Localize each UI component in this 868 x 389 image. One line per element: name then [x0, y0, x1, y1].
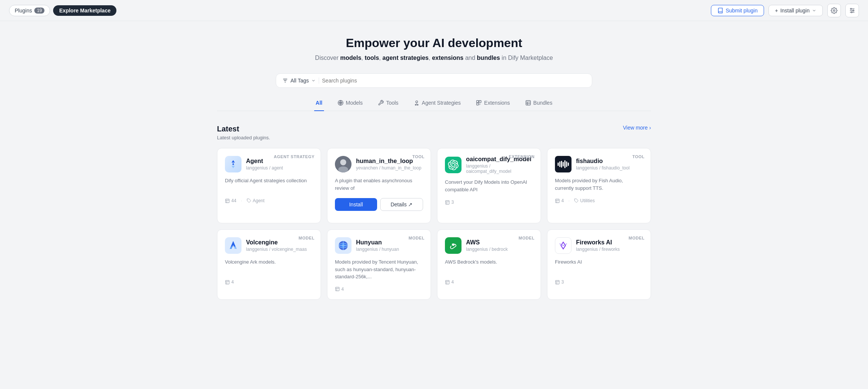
tab-extensions[interactable]: Extensions: [474, 97, 511, 111]
plugin-info: human_in_the_loop yevanchen / human_in_t…: [356, 158, 421, 171]
plugin-icon-oaicompat: [445, 157, 462, 173]
plugin-card-fishaudio: TOOL fishaudio: [547, 148, 651, 223]
plugin-description: Fireworks AI: [555, 258, 643, 273]
svg-rect-34: [559, 162, 561, 167]
tab-agent-strategies[interactable]: Agent Strategies: [412, 97, 463, 111]
plugin-info: Agent langgenius / agent: [246, 158, 283, 171]
plugin-name: AWS: [466, 239, 508, 246]
book-icon: [717, 8, 723, 14]
settings-button[interactable]: [827, 4, 841, 17]
models-icon: [338, 100, 344, 106]
plugin-icon-fireworks: [555, 237, 572, 254]
plugin-name: human_in_the_loop: [356, 158, 421, 165]
plugin-author: langgenius / fishaudio_tool: [576, 165, 630, 171]
svg-rect-60: [446, 280, 449, 284]
plugins-count: 19: [34, 8, 44, 14]
plugin-grid-row2: MODEL Volcengine langgenius / volcengine…: [217, 229, 651, 300]
plugin-card-volcengine: MODEL Volcengine langgenius / volcengine…: [217, 229, 321, 300]
dot-separator: ·: [568, 198, 570, 203]
install-plugin-button[interactable]: + Install plugin: [769, 5, 823, 16]
svg-point-28: [340, 159, 346, 165]
svg-rect-33: [558, 163, 559, 166]
card-footer: 44 · Agent: [225, 198, 313, 203]
plugin-info: AWS langgenius / bedrock: [466, 239, 508, 252]
card-footer: 4: [225, 279, 313, 285]
svg-rect-56: [336, 287, 339, 291]
details-button[interactable]: Details ↗: [380, 198, 423, 211]
svg-rect-15: [477, 101, 478, 102]
section-subtitle: Latest uploaded plugins.: [217, 135, 270, 140]
plugin-info: Fireworks AI langgenius / fireworks: [576, 239, 620, 252]
plugin-description: Models provided by Tencent Hunyuan, such…: [335, 258, 423, 281]
card-footer: 3: [555, 279, 643, 285]
search-container: All Tags: [276, 73, 592, 88]
latest-section: Latest Latest uploaded plugins. View mor…: [217, 125, 651, 300]
svg-rect-39: [568, 163, 569, 166]
svg-rect-17: [477, 103, 478, 105]
aws-logo-icon: [448, 240, 458, 251]
human-avatar-icon: [335, 156, 351, 172]
stat-icon: [445, 200, 450, 205]
card-footer: 4 · Utilities: [555, 198, 643, 203]
plugin-icon-human: [335, 156, 351, 172]
plugins-label: Plugins: [15, 8, 32, 14]
gear-icon: [831, 7, 837, 14]
svg-point-4: [851, 8, 852, 9]
view-more-link[interactable]: View more ›: [623, 125, 651, 131]
card-type-badge: AGENT STRATEGY: [274, 154, 315, 159]
tab-all[interactable]: All: [314, 97, 324, 111]
plugin-description: Dify official Agent strategies collectio…: [225, 177, 313, 192]
card-stat: 44: [225, 198, 236, 203]
install-button[interactable]: Install: [335, 198, 377, 211]
svg-point-6: [851, 12, 852, 13]
tab-bundles[interactable]: Bundles: [524, 97, 554, 111]
plugin-card-agent: AGENT STRATEGY Agent langgenius / agent: [217, 148, 321, 223]
plugins-button[interactable]: Plugins 19: [9, 5, 50, 16]
svg-rect-23: [226, 199, 229, 203]
sliders-button[interactable]: [845, 4, 859, 17]
plugin-card-aws: MODEL AWS langgenius / bedrock AWS: [437, 229, 541, 300]
plugin-icon-volcengine: [225, 237, 241, 254]
plugin-name: Fireworks AI: [576, 239, 620, 246]
plugin-icon-agent: [225, 156, 241, 172]
volcengine-logo-icon: [228, 240, 239, 251]
card-type-badge: EXTENSION: [509, 154, 535, 159]
plugin-description: Convert your Dify Models into OpenAI com…: [445, 178, 533, 194]
plugin-author: langgenius / agent: [246, 165, 283, 171]
filter-icon: [282, 78, 288, 84]
svg-line-65: [561, 246, 563, 249]
plugin-description: Models provided by Fish Audio, currently…: [555, 177, 643, 192]
plugin-name: fishaudio: [576, 158, 630, 165]
tab-tools[interactable]: Tools: [376, 97, 400, 111]
svg-point-0: [833, 9, 835, 11]
search-input[interactable]: [322, 78, 586, 84]
submit-plugin-button[interactable]: Submit plugin: [711, 5, 764, 16]
tag-icon: [247, 198, 251, 203]
card-footer: 4: [335, 287, 423, 292]
explore-marketplace-button[interactable]: Explore Marketplace: [53, 5, 116, 16]
extensions-icon: [476, 100, 482, 106]
svg-rect-47: [226, 280, 229, 284]
top-nav: Plugins 19 Explore Marketplace Submit pl…: [0, 0, 868, 21]
tools-icon: [378, 100, 384, 106]
card-stat: 3: [445, 200, 454, 205]
plugin-name: Hunyuan: [356, 239, 399, 246]
all-tags-button[interactable]: All Tags: [282, 78, 319, 84]
svg-rect-37: [564, 160, 565, 168]
card-type-badge: MODEL: [629, 236, 645, 240]
stat-icon: [225, 280, 230, 285]
plugin-description: A plugin that enables asynchronous revie…: [335, 177, 423, 192]
sliders-icon: [849, 7, 856, 14]
svg-rect-38: [566, 162, 567, 167]
card-type-badge: TOOL: [632, 154, 645, 159]
plugin-icon-fishaudio: [555, 156, 572, 172]
chevron-down-icon: [812, 8, 816, 13]
tab-models[interactable]: Models: [336, 97, 364, 111]
plugin-icon-aws: [445, 237, 462, 254]
plugin-info: Hunyuan langgenius / hunyuan: [356, 239, 399, 252]
plugin-card-fireworks: MODEL Fireworks AI: [547, 229, 651, 300]
agent-plugin-icon: [228, 159, 238, 169]
plugin-author: langgenius / bedrock: [466, 247, 508, 252]
section-title-block: Latest Latest uploaded plugins.: [217, 125, 270, 140]
svg-rect-40: [556, 199, 559, 203]
